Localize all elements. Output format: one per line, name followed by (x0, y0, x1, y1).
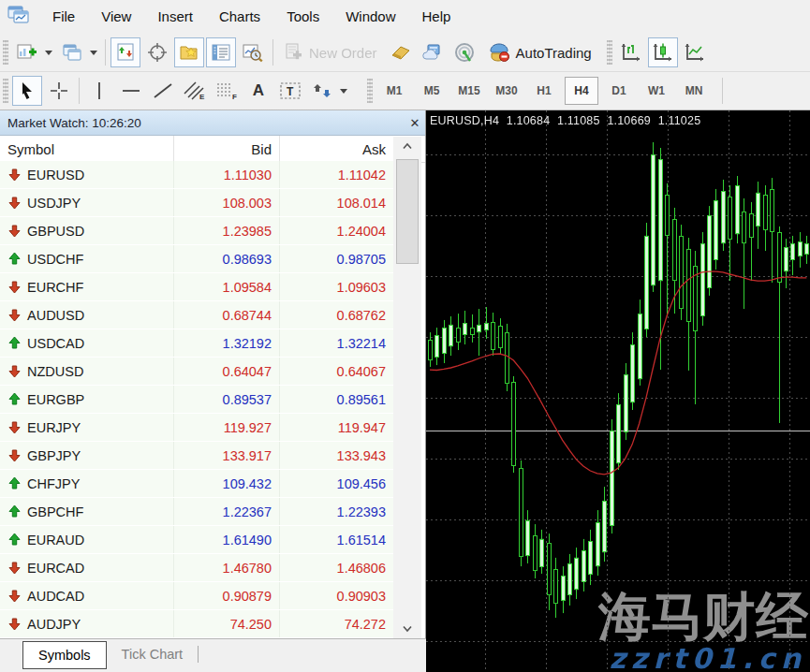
market-watch-titlebar[interactable]: Market Watch: 10:26:20 ✕ (0, 110, 425, 136)
column-header-symbol[interactable]: Symbol (0, 141, 173, 157)
market-watch-scrollbar[interactable] (393, 137, 421, 638)
market-watch-row-usdcad[interactable]: USDCAD1.321921.32214 (0, 329, 393, 358)
toolbar-grip[interactable] (3, 40, 8, 65)
tab-tick-chart[interactable]: Tick Chart (107, 641, 199, 667)
arrow-down-icon (7, 561, 22, 575)
market-watch-row-eurgbp[interactable]: EURGBP0.895370.89561 (0, 386, 393, 414)
trendline-icon (152, 81, 174, 100)
market-watch-row-chfjpy[interactable]: CHFJPY109.432109.456 (0, 470, 393, 498)
bar-chart-type-button[interactable] (616, 37, 646, 67)
scrollbar-thumb[interactable] (396, 159, 419, 264)
line-chart-type-button[interactable] (680, 37, 710, 67)
timeframe-h1-button[interactable]: H1 (527, 77, 561, 105)
autotrading-button[interactable]: AutoTrading (481, 37, 598, 67)
arrows-icon (311, 80, 333, 101)
market-watch-row-nzdusd[interactable]: NZDUSD0.640470.64067 (0, 358, 393, 386)
terminal-toggle-button[interactable] (206, 37, 236, 67)
navigator-toggle-button[interactable] (174, 37, 204, 67)
bid-value: 108.003 (173, 189, 279, 216)
timeframe-w1-button[interactable]: W1 (640, 77, 673, 105)
menu-insert[interactable]: Insert (144, 0, 206, 34)
timeframe-h4-button[interactable]: H4 (565, 77, 598, 105)
market-watch-row-audusd[interactable]: AUDUSD0.687440.68762 (0, 301, 393, 329)
trendline-tool-button[interactable] (148, 76, 178, 106)
column-header-bid[interactable]: Bid (173, 136, 279, 162)
scroll-up-icon[interactable] (393, 137, 421, 155)
symbol-label: EURCHF (27, 280, 83, 295)
crosshair-tool-button[interactable] (44, 76, 74, 106)
market-watch-row-euraud[interactable]: EURAUD1.614901.61514 (0, 526, 393, 554)
market-watch-row-usdjpy[interactable]: USDJPY108.003108.014 (0, 189, 393, 217)
market-watch-row-audcad[interactable]: AUDCAD0.908790.90903 (0, 582, 393, 610)
market-watch-row-eurchf[interactable]: EURCHF1.095841.09603 (0, 273, 393, 301)
menu-file[interactable]: File (39, 0, 88, 34)
timeframe-m15-button[interactable]: M15 (452, 77, 486, 105)
fibonacci-tool-button[interactable]: F (212, 76, 242, 106)
arrow-up-icon (7, 533, 22, 547)
profiles-button[interactable] (57, 37, 87, 67)
tab-separator (198, 646, 199, 663)
scroll-down-icon[interactable] (393, 620, 421, 638)
arrows-dropdown-arrow[interactable] (340, 89, 347, 94)
ask-value: 109.456 (279, 470, 393, 497)
arrow-up-icon (7, 252, 22, 266)
market-watch-row-gbpusd[interactable]: GBPUSD1.239851.24004 (0, 217, 393, 245)
bid-value: 1.23985 (173, 217, 279, 244)
signals-icon (454, 42, 475, 63)
strategy-tester-button[interactable] (238, 37, 268, 67)
new-chart-icon (17, 43, 37, 62)
toolbar-grip[interactable] (367, 79, 373, 103)
chart-canvas[interactable] (426, 110, 810, 672)
profiles-dropdown-arrow[interactable] (90, 51, 97, 55)
ask-value: 0.89561 (279, 386, 393, 413)
column-header-ask[interactable]: Ask (279, 136, 393, 162)
equidistant-channel-tool-button[interactable]: E (180, 76, 210, 106)
autotrading-icon (488, 42, 510, 63)
market-watch-row-eurcad[interactable]: EURCAD1.467801.46806 (0, 554, 393, 582)
new-chart-dropdown-arrow[interactable] (45, 51, 52, 55)
line-chart-type-icon (684, 42, 706, 63)
market-watch-row-gbpjpy[interactable]: GBPJPY133.917133.943 (0, 442, 393, 470)
menu-view[interactable]: View (88, 0, 144, 34)
market-watch-row-eurusd[interactable]: EURUSD1.110301.11042 (0, 161, 393, 189)
market-watch-row-usdchf[interactable]: USDCHF0.986930.98705 (0, 245, 393, 273)
vertical-line-tool-button[interactable] (84, 76, 114, 106)
menu-tools[interactable]: Tools (273, 0, 332, 34)
market-watch-row-gbpchf[interactable]: GBPCHF1.223671.22393 (0, 498, 393, 526)
text-tool-button[interactable]: A (243, 76, 273, 106)
close-icon[interactable]: ✕ (405, 116, 425, 130)
chart-low-value: 1.10669 (607, 114, 651, 127)
arrow-down-icon (7, 617, 22, 631)
new-chart-button[interactable] (12, 37, 42, 67)
timeframe-mn-button[interactable]: MN (677, 77, 711, 105)
timeframe-m1-button[interactable]: M1 (377, 77, 411, 105)
symbol-label: EURAUD (27, 533, 84, 548)
text-label-tool-button[interactable]: T (275, 76, 305, 106)
chart-panel: EURUSD,H4 1.10684 1.11085 1.10669 1.1102… (426, 110, 810, 672)
market-watch-row-eurjpy[interactable]: EURJPY119.927119.947 (0, 414, 393, 442)
signals-button[interactable] (449, 37, 479, 67)
metaeditor-button[interactable] (386, 37, 416, 67)
new-order-button[interactable]: New Order (278, 37, 384, 67)
timeframe-d1-button[interactable]: D1 (602, 77, 636, 105)
cursor-tool-button[interactable] (12, 76, 42, 106)
profiles-icon (62, 43, 82, 62)
toolbar-grip[interactable] (3, 79, 8, 103)
tab-symbols[interactable]: Symbols (22, 641, 107, 669)
timeframe-m30-button[interactable]: M30 (490, 77, 523, 105)
toolbar-grip[interactable] (607, 40, 612, 65)
market-watch-toggle-button[interactable] (110, 37, 140, 67)
timeframe-m5-button[interactable]: M5 (415, 77, 449, 105)
arrows-tool-button[interactable] (307, 76, 337, 106)
menu-window[interactable]: Window (332, 0, 408, 34)
menu-charts[interactable]: Charts (206, 0, 273, 34)
candlestick-chart-type-button[interactable] (648, 37, 678, 67)
data-window-button[interactable] (142, 37, 172, 67)
market-watch-row-audjpy[interactable]: AUDJPY74.25074.272 (0, 610, 393, 638)
arrow-down-icon (7, 224, 22, 238)
navigator-icon (179, 43, 199, 62)
menu-help[interactable]: Help (409, 0, 464, 34)
mql5-storage-button[interactable] (418, 37, 448, 67)
chart-high-value: 1.11085 (557, 114, 600, 127)
horizontal-line-tool-button[interactable] (116, 76, 146, 106)
